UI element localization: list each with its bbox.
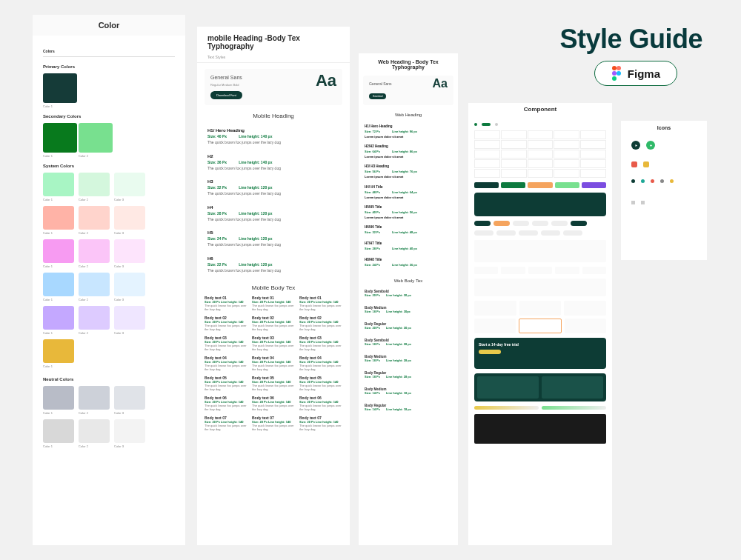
body-text-spec: Body text 01Size: 20 Px Line height: 140… — [205, 296, 247, 311]
text-block — [474, 240, 606, 262]
body-text-spec: Body text 01Size: 20 Px Line height: 140… — [299, 296, 342, 311]
swatch: Color 2 — [79, 173, 110, 201]
heading-spec: H3/ H3 HeadingSize: 56 PxLine height: 76… — [359, 161, 458, 181]
chip — [513, 221, 529, 226]
icons-panel-title: Icons — [621, 121, 707, 135]
chip — [571, 221, 587, 226]
chip — [541, 230, 560, 236]
download-font-button[interactable]: Download Font — [210, 91, 242, 99]
swatch: Color 1 — [43, 419, 74, 448]
swatch: Color 1 — [43, 73, 74, 108]
font-sample: Aa — [316, 71, 336, 90]
mobile-body-section: Mobile Body Tex — [197, 284, 350, 291]
web-typography-panel: Web Heading - Body Tex Typhography Gener… — [359, 53, 458, 545]
toggle-on-icon — [482, 123, 491, 126]
swatch: Color 2 — [79, 273, 110, 301]
svg-point-4 — [612, 76, 617, 81]
square-icon — [631, 161, 637, 167]
swatch: Color 3 — [114, 386, 145, 415]
svg-point-3 — [617, 71, 621, 76]
body-text-spec: Body text 05Size: 20 Px Line height: 140… — [252, 376, 295, 391]
heading-spec: H7/H7 TitleSize: 28 PxLine height: 40 px — [359, 239, 458, 255]
chip — [551, 221, 568, 226]
swatch: Color 1 — [43, 173, 74, 201]
font-card: General Sans Aa Regular Medium Bold Down… — [205, 69, 342, 105]
body-text-spec: Body text 02Size: 20 Px Line height: 140… — [299, 316, 342, 331]
text-styles-label: Text Styles — [197, 52, 350, 63]
heading-spec: H6Size: 22 PxLine height: 120 pxThe quic… — [197, 252, 350, 278]
cta-text: Start a 14-day free trial — [479, 342, 602, 347]
body-text-spec: Body text 03Size: 20 Px Line height: 140… — [252, 336, 295, 351]
body-text-spec: Body RegularSize: 14 PxLine height: 18 p… — [359, 401, 458, 413]
body-text-spec: Body SemiboldSize: 20 PxLine height: 30 … — [359, 287, 458, 299]
card — [474, 319, 516, 333]
heading-spec: H8/H8 TitleSize: 24 PxLine height: 36 px — [359, 255, 458, 271]
swatch: Color 1 — [43, 206, 74, 235]
toggle-icon — [474, 123, 477, 126]
body-text-spec: Body text 01Size: 20 Px Line height: 140… — [252, 296, 295, 311]
chip — [532, 221, 548, 226]
card — [565, 319, 606, 333]
body-text-spec: Body SemiboldSize: 18 PxLine height: 28 … — [359, 336, 458, 348]
download-font-button[interactable]: Download — [369, 93, 386, 99]
heading-spec: H5Size: 24 PxLine height: 120 pxThe quic… — [197, 226, 350, 252]
body-text-spec: Body text 02Size: 20 Px Line height: 140… — [252, 316, 295, 331]
heading-spec: H2Size: 36 PxLine height: 140 pxThe quic… — [197, 150, 350, 176]
tab-row — [474, 267, 606, 274]
body-text-spec: Body text 04Size: 20 Px Line height: 140… — [252, 356, 295, 371]
body-text-spec: Body text 06Size: 20 Px Line height: 140… — [299, 396, 342, 411]
icons-panel: Icons — [621, 121, 707, 260]
body-text-spec: Body MediumSize: 18 PxLine height: 30px — [359, 304, 458, 316]
progress-row — [474, 406, 606, 410]
secondary-colors-label: Secondary Colors — [43, 114, 175, 119]
swatch: Color 3 — [114, 239, 145, 268]
swatch: Color 1 — [43, 306, 74, 335]
misc-icon — [641, 201, 645, 204]
heading-spec: H4Size: 28 PxLine height: 120 pxThe quic… — [197, 201, 350, 227]
mobile-typography-panel: mobile Heading -Body Tex Typhography Tex… — [197, 27, 350, 545]
primary-colors-label: Primary Colors — [43, 64, 175, 69]
body-text-spec: Body text 03Size: 20 Px Line height: 140… — [205, 336, 247, 351]
font-card: General Sans Aa Download — [363, 76, 453, 105]
swatch: Color 2 — [79, 206, 110, 235]
swatch: Color 2 — [79, 419, 110, 448]
toggle-row — [474, 123, 606, 126]
swatch: Color 1 — [43, 123, 74, 158]
chip — [563, 230, 582, 236]
swatch: Color 2 — [79, 386, 110, 415]
card — [564, 301, 606, 316]
footer-preview — [474, 414, 606, 444]
body-text-spec: Body text 04Size: 20 Px Line height: 140… — [299, 356, 342, 371]
font-sample: Aa — [433, 77, 448, 90]
chip — [474, 221, 491, 226]
figma-badge[interactable]: Figma — [594, 61, 677, 86]
body-text-spec: Body text 07Size: 20 Px Line height: 140… — [205, 416, 247, 431]
component-table — [474, 130, 606, 178]
figma-icon — [611, 66, 622, 81]
mobile-typo-title: mobile Heading -Body Tex Typhography — [197, 27, 350, 52]
body-text-spec: Body text 04Size: 20 Px Line height: 140… — [205, 356, 247, 371]
heading-spec: H3Size: 32 PxLine height: 120 pxThe quic… — [197, 175, 350, 201]
body-text-spec: Body text 03Size: 20 Px Line height: 140… — [299, 336, 342, 351]
button-variant — [528, 182, 552, 188]
heading-spec: H1/ Hero HeadingSize: 72 PxLine height: … — [359, 121, 458, 141]
button-variant — [501, 182, 525, 188]
dot-icon — [670, 179, 674, 183]
button-variant — [582, 182, 606, 188]
cta-button — [479, 350, 501, 354]
chip — [494, 221, 510, 226]
swatch: Color 1 — [43, 386, 74, 415]
square-icon — [643, 161, 649, 167]
component-panel-title: Component — [468, 103, 612, 119]
colors-label: Colors — [43, 49, 175, 57]
testimonial-block — [474, 373, 606, 401]
heading-spec: H1/ Hero HeadingSize: 40 PxLine height: … — [197, 124, 350, 150]
mobile-heading-section: Mobile Heading — [197, 113, 350, 119]
dot-icon — [651, 179, 654, 183]
body-text-spec: Body MediumSize: 14 PxLine height: 18 px — [359, 385, 458, 397]
color-panel-title: Color — [33, 15, 185, 36]
dot-icon — [641, 179, 645, 183]
nav-preview — [474, 193, 606, 216]
button-variant — [555, 182, 579, 188]
svg-point-0 — [612, 66, 617, 70]
